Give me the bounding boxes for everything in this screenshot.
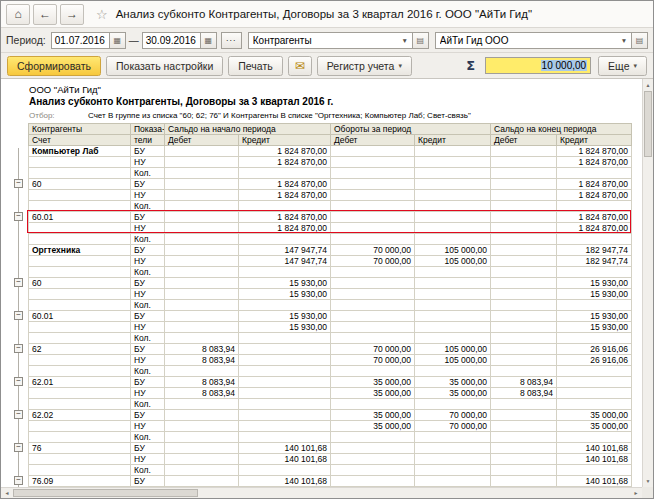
value-cell[interactable]: [165, 333, 239, 344]
value-cell[interactable]: [491, 454, 557, 465]
header-indicator-bottom[interactable]: тели: [131, 135, 165, 146]
value-cell[interactable]: 35 000,00: [331, 421, 415, 432]
account-cell[interactable]: [29, 300, 131, 311]
value-cell[interactable]: [239, 355, 331, 366]
value-cell[interactable]: [331, 234, 415, 245]
value-cell[interactable]: [239, 267, 331, 278]
value-cell[interactable]: 15 930,00: [557, 311, 632, 322]
value-cell[interactable]: [557, 388, 632, 399]
account-cell[interactable]: [29, 201, 131, 212]
value-cell[interactable]: 140 101,68: [557, 443, 632, 454]
value-cell[interactable]: 70 000,00: [331, 256, 415, 267]
value-cell[interactable]: [239, 399, 331, 410]
value-cell[interactable]: 35 000,00: [557, 410, 632, 421]
value-cell[interactable]: [557, 465, 632, 476]
value-cell[interactable]: [239, 201, 331, 212]
indicator-cell[interactable]: НУ: [131, 157, 165, 168]
account-cell[interactable]: [29, 454, 131, 465]
scroll-down-icon[interactable]: ▼: [643, 476, 653, 486]
value-cell[interactable]: [331, 278, 415, 289]
indicator-cell[interactable]: Кол.: [131, 333, 165, 344]
value-cell[interactable]: [415, 190, 491, 201]
header-credit[interactable]: Кредит: [239, 135, 331, 146]
value-cell[interactable]: [415, 146, 491, 157]
value-cell[interactable]: [165, 223, 239, 234]
scroll-up-icon[interactable]: ▲: [643, 80, 653, 90]
account-cell[interactable]: [29, 289, 131, 300]
value-cell[interactable]: [491, 322, 557, 333]
value-cell[interactable]: 1 824 870,00: [557, 223, 632, 234]
value-cell[interactable]: 70 000,00: [331, 344, 415, 355]
value-cell[interactable]: [165, 300, 239, 311]
collapse-group-button[interactable]: −: [14, 179, 23, 188]
value-cell[interactable]: [491, 399, 557, 410]
value-cell[interactable]: [239, 344, 331, 355]
show-settings-button[interactable]: Показать настройки: [106, 56, 223, 76]
indicator-cell[interactable]: БУ: [131, 245, 165, 256]
subconto-list-button[interactable]: ▤: [413, 32, 429, 49]
organization-list-button[interactable]: ▤: [632, 32, 648, 49]
account-cell[interactable]: [29, 465, 131, 476]
value-cell[interactable]: [491, 344, 557, 355]
value-cell[interactable]: [491, 421, 557, 432]
header-debit[interactable]: Дебет: [165, 135, 239, 146]
register-button[interactable]: Регистр учета ▾: [317, 56, 412, 76]
account-cell[interactable]: [29, 421, 131, 432]
value-cell[interactable]: 35 000,00: [415, 377, 491, 388]
value-cell[interactable]: [165, 322, 239, 333]
value-cell[interactable]: [415, 201, 491, 212]
value-cell[interactable]: [491, 278, 557, 289]
value-cell[interactable]: [165, 267, 239, 278]
period-choose-button[interactable]: ...: [221, 32, 242, 49]
value-cell[interactable]: [491, 355, 557, 366]
value-cell[interactable]: [415, 465, 491, 476]
period-from-calendar-button[interactable]: ▦: [110, 32, 126, 49]
value-cell[interactable]: [331, 212, 415, 223]
value-cell[interactable]: 35 000,00: [331, 377, 415, 388]
value-cell[interactable]: [331, 366, 415, 377]
value-cell[interactable]: [331, 289, 415, 300]
autosum-field[interactable]: 10 000,00: [485, 57, 591, 74]
collapse-group-button[interactable]: −: [14, 278, 23, 287]
value-cell[interactable]: 1 824 870,00: [239, 223, 331, 234]
value-cell[interactable]: 15 930,00: [239, 289, 331, 300]
value-cell[interactable]: [415, 454, 491, 465]
value-cell[interactable]: 15 930,00: [239, 322, 331, 333]
indicator-cell[interactable]: НУ: [131, 190, 165, 201]
account-cell[interactable]: [29, 399, 131, 410]
value-cell[interactable]: [557, 399, 632, 410]
header-credit[interactable]: Кредит: [415, 135, 491, 146]
value-cell[interactable]: 1 824 870,00: [557, 212, 632, 223]
value-cell[interactable]: 35 000,00: [557, 421, 632, 432]
value-cell[interactable]: 140 101,68: [557, 454, 632, 465]
value-cell[interactable]: [331, 333, 415, 344]
dropdown-arrow-icon[interactable]: ▼: [398, 37, 412, 44]
account-cell[interactable]: 62.02: [29, 410, 131, 421]
collapse-group-button[interactable]: −: [14, 344, 23, 353]
account-cell[interactable]: [29, 267, 131, 278]
value-cell[interactable]: [557, 300, 632, 311]
value-cell[interactable]: [415, 234, 491, 245]
account-cell[interactable]: [29, 190, 131, 201]
value-cell[interactable]: 8 083,94: [165, 355, 239, 366]
value-cell[interactable]: [491, 476, 557, 487]
value-cell[interactable]: [491, 234, 557, 245]
send-email-button[interactable]: ✉: [288, 56, 312, 76]
value-cell[interactable]: [491, 311, 557, 322]
value-cell[interactable]: [415, 212, 491, 223]
value-cell[interactable]: [491, 223, 557, 234]
value-cell[interactable]: 8 083,94: [165, 344, 239, 355]
account-cell[interactable]: Компьютер Лаб: [29, 146, 131, 157]
collapse-group-button[interactable]: −: [14, 410, 23, 419]
horizontal-scrollbar-thumb[interactable]: [13, 489, 198, 497]
indicator-cell[interactable]: БУ: [131, 278, 165, 289]
value-cell[interactable]: [491, 168, 557, 179]
value-cell[interactable]: [415, 366, 491, 377]
value-cell[interactable]: [491, 410, 557, 421]
value-cell[interactable]: [491, 146, 557, 157]
collapse-group-button[interactable]: −: [14, 311, 23, 320]
account-cell[interactable]: [29, 234, 131, 245]
header-contractors[interactable]: Контрагенты: [29, 124, 131, 135]
value-cell[interactable]: [415, 157, 491, 168]
value-cell[interactable]: [165, 454, 239, 465]
